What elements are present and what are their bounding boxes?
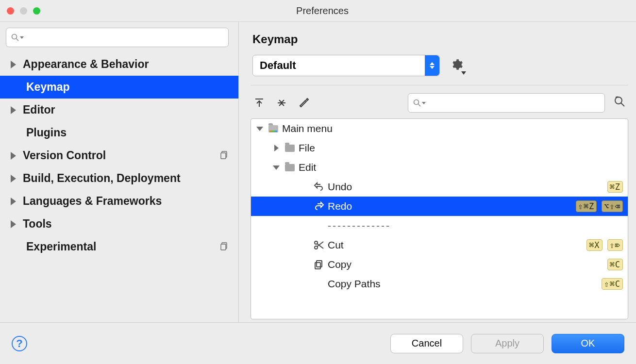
shortcut-badge: ⌥⇧⌫	[602, 200, 623, 212]
chevron-right-icon	[11, 220, 16, 228]
sidebar-item-label: Keymap	[26, 81, 69, 94]
shortcut-badge: ⇧⌘Z	[576, 200, 597, 212]
page-title: Keymap	[251, 22, 628, 55]
tree-node-main-menu[interactable]: Main menu	[251, 119, 628, 138]
sidebar-item-appearance-behavior[interactable]: Appearance & Behavior	[0, 53, 238, 76]
keymap-scheme-select[interactable]: Default	[252, 55, 440, 76]
separator-label: -------------	[328, 220, 391, 231]
titlebar: Preferences	[0, 0, 636, 22]
action-separator: -------------	[251, 216, 628, 235]
search-icon	[11, 33, 24, 41]
ok-button[interactable]: OK	[552, 334, 624, 353]
sidebar-item-version-control[interactable]: Version Control	[0, 144, 238, 167]
svg-point-11	[615, 97, 622, 104]
sidebar-item-label: Experimental	[26, 240, 96, 253]
chevron-right-icon	[11, 175, 16, 182]
chevron-down-icon	[273, 165, 280, 170]
keymap-tree: Main menu File Edit Undo ⌘Z Redo	[251, 118, 628, 319]
tree-node-label: Edit	[299, 162, 623, 173]
find-shortcut-icon	[614, 96, 626, 108]
folder-icon	[284, 145, 296, 152]
shortcut-badge: ⇧⌘C	[602, 278, 623, 290]
pencil-icon	[299, 98, 309, 108]
find-by-shortcut-button[interactable]	[614, 96, 626, 110]
minimize-window-button[interactable]	[20, 7, 27, 15]
tree-node-edit[interactable]: Edit	[251, 158, 628, 177]
sidebar-item-build-execution-deployment[interactable]: Build, Execution, Deployment	[0, 167, 238, 190]
svg-line-12	[621, 103, 624, 106]
action-copy-paths[interactable]: Copy Paths ⇧⌘C	[251, 274, 628, 294]
gear-icon	[451, 58, 463, 71]
dialog-footer: ? Cancel Apply OK	[0, 322, 636, 364]
select-arrows-icon	[425, 55, 439, 76]
sidebar-item-editor[interactable]: Editor	[0, 99, 238, 121]
help-button[interactable]: ?	[12, 336, 27, 351]
action-label: Copy	[328, 259, 607, 270]
svg-line-10	[418, 104, 421, 107]
chevron-right-icon	[11, 198, 16, 205]
scissors-icon	[313, 240, 325, 250]
settings-content: Keymap Default	[239, 22, 636, 322]
shortcut-badge: ⌘C	[607, 259, 623, 270]
sidebar-item-tools[interactable]: Tools	[0, 213, 238, 235]
action-label: Copy Paths	[328, 278, 602, 290]
keymap-action-search-input[interactable]	[429, 98, 600, 108]
zoom-window-button[interactable]	[33, 7, 40, 15]
action-label: Cut	[328, 239, 586, 251]
expand-all-button[interactable]	[252, 96, 266, 110]
settings-sidebar: Appearance & Behavior Keymap Editor Plug…	[0, 22, 239, 322]
close-window-button[interactable]	[7, 7, 14, 15]
chevron-down-icon	[461, 71, 466, 75]
shortcut-badge: ⌘X	[586, 239, 602, 251]
keymap-scheme-value: Default	[260, 59, 296, 72]
collapse-all-icon	[276, 98, 287, 108]
chevron-down-icon	[256, 127, 263, 131]
sidebar-item-plugins[interactable]: Plugins	[0, 121, 238, 144]
expand-all-icon	[254, 98, 265, 108]
chevron-down-icon	[422, 102, 426, 104]
sidebar-item-label: Appearance & Behavior	[23, 58, 149, 71]
sidebar-item-label: Editor	[23, 103, 55, 116]
sidebar-item-label: Languages & Frameworks	[23, 195, 162, 208]
action-cut[interactable]: Cut ⌘X ⇧⌦	[251, 235, 628, 255]
chevron-down-icon	[20, 36, 24, 39]
sidebar-item-experimental[interactable]: Experimental	[0, 235, 238, 258]
svg-rect-17	[317, 261, 322, 267]
shortcut-badge: ⌘Z	[607, 181, 623, 193]
action-copy[interactable]: Copy ⌘C	[251, 255, 628, 274]
undo-icon	[313, 182, 325, 192]
edit-shortcut-button[interactable]	[297, 96, 311, 110]
action-redo[interactable]: Redo ⇧⌘Z ⌥⇧⌫	[251, 197, 628, 216]
collapse-all-button[interactable]	[275, 96, 288, 110]
search-icon	[413, 99, 426, 107]
svg-point-0	[12, 34, 17, 39]
copy-icon	[313, 259, 325, 270]
keymap-scheme-actions-button[interactable]	[451, 58, 463, 73]
settings-search[interactable]	[6, 28, 229, 47]
keymap-action-search[interactable]	[408, 93, 605, 113]
sidebar-item-keymap[interactable]: Keymap	[0, 76, 238, 99]
sidebar-item-label: Plugins	[26, 126, 67, 139]
sidebar-item-languages-frameworks[interactable]: Languages & Frameworks	[0, 190, 238, 213]
project-level-icon	[220, 242, 229, 252]
chevron-right-icon	[11, 106, 16, 114]
chevron-right-icon	[11, 61, 16, 68]
redo-icon	[313, 201, 325, 212]
action-undo[interactable]: Undo ⌘Z	[251, 177, 628, 197]
sidebar-item-label: Tools	[23, 217, 52, 231]
folder-icon	[268, 125, 279, 132]
svg-line-1	[17, 39, 19, 41]
action-label: Undo	[328, 181, 607, 193]
tree-node-label: Main menu	[282, 123, 623, 134]
svg-rect-5	[221, 244, 226, 250]
apply-button[interactable]: Apply	[471, 334, 544, 353]
folder-icon	[284, 164, 296, 171]
svg-rect-18	[315, 263, 320, 269]
svg-point-9	[414, 100, 419, 105]
cancel-button[interactable]: Cancel	[390, 334, 463, 353]
shortcut-badge: ⇧⌦	[607, 239, 623, 251]
tree-node-file[interactable]: File	[251, 138, 628, 158]
settings-search-input[interactable]	[27, 33, 223, 43]
window-title: Preferences	[40, 5, 604, 17]
window-controls	[7, 7, 40, 15]
